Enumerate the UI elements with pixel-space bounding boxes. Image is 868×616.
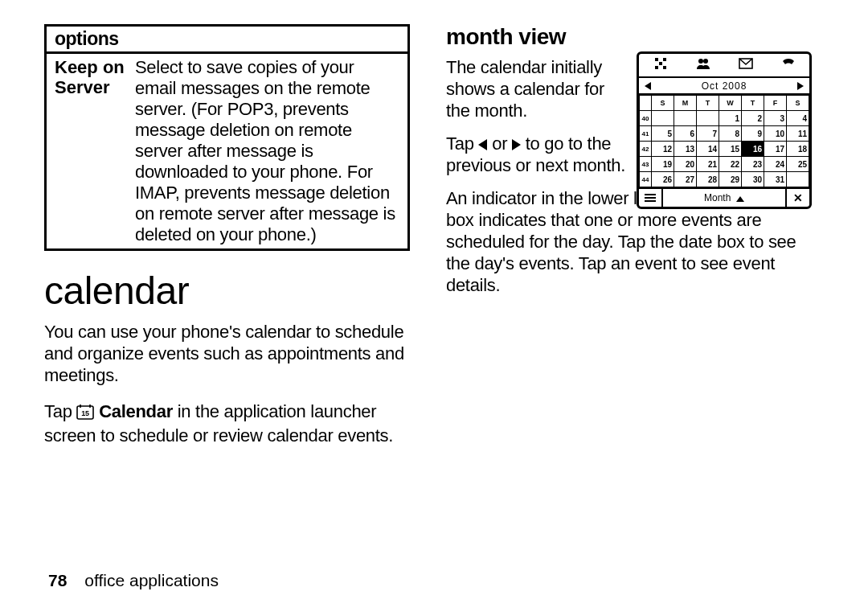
calendar-p2: Tap 15 Calendar in the application launc… — [44, 400, 410, 446]
date-cell[interactable]: 22 — [719, 157, 742, 172]
date-cell[interactable]: 28 — [697, 172, 719, 187]
section-name: office applications — [84, 571, 219, 589]
date-cell[interactable]: 26 — [652, 172, 674, 187]
date-cell[interactable]: 27 — [674, 172, 697, 187]
date-cell[interactable]: 24 — [764, 157, 787, 172]
calendar-icon: 15 — [76, 403, 94, 425]
view-selector[interactable]: Month — [663, 192, 785, 203]
mini-calendar: Oct 2008 SMTWTFS401234415678910114212131… — [637, 51, 812, 209]
month-label: Oct 2008 — [657, 80, 792, 92]
month-view-heading: month view — [446, 24, 812, 50]
svg-text:15: 15 — [82, 409, 90, 417]
options-header: options — [47, 27, 407, 54]
date-cell[interactable]: 2 — [742, 111, 764, 126]
date-cell[interactable]: 19 — [652, 157, 674, 172]
date-cell[interactable]: 11 — [787, 126, 809, 142]
calendar-grid: SMTWTFS401234415678910114212131415161718… — [639, 95, 809, 187]
mail-icon[interactable] — [724, 57, 767, 73]
date-cell[interactable]: 17 — [764, 142, 787, 157]
date-cell[interactable]: 25 — [787, 157, 809, 172]
date-cell[interactable] — [674, 111, 697, 126]
svg-point-7 — [698, 59, 703, 64]
date-cell[interactable]: 31 — [764, 172, 787, 187]
date-cell[interactable]: 9 — [742, 126, 764, 142]
next-month-button[interactable] — [792, 80, 809, 92]
page-footer: 78office applications — [48, 571, 219, 590]
date-cell[interactable]: 23 — [742, 157, 764, 172]
right-arrow-icon — [512, 139, 521, 150]
calendar-p1: You can use your phone's calendar to sch… — [44, 321, 410, 386]
date-cell[interactable] — [787, 172, 809, 187]
menu-button[interactable] — [639, 189, 663, 207]
options-table: options Keep on Server Select to save co… — [44, 24, 410, 251]
date-cell[interactable]: 21 — [697, 157, 719, 172]
date-cell[interactable]: 10 — [764, 126, 787, 142]
left-arrow-icon — [478, 139, 487, 150]
date-cell[interactable]: 16 — [742, 142, 764, 157]
close-button[interactable]: ✕ — [785, 189, 809, 207]
date-cell[interactable]: 20 — [674, 157, 697, 172]
page-number: 78 — [48, 571, 67, 589]
phone-icon[interactable] — [767, 57, 809, 73]
date-cell[interactable]: 15 — [719, 142, 742, 157]
date-cell[interactable]: 8 — [719, 126, 742, 142]
date-cell[interactable]: 29 — [719, 172, 742, 187]
svg-rect-2 — [655, 58, 658, 61]
calendar-heading: calendar — [44, 269, 410, 313]
date-cell[interactable]: 3 — [764, 111, 787, 126]
svg-rect-3 — [663, 58, 666, 61]
date-cell[interactable] — [697, 111, 719, 126]
date-cell[interactable]: 7 — [697, 126, 719, 142]
date-cell[interactable]: 13 — [674, 142, 697, 157]
option-name: Keep on Server — [55, 57, 135, 245]
prev-month-button[interactable] — [639, 80, 657, 92]
month-p2: Tap or to go to the previous or next mon… — [446, 133, 627, 176]
date-cell[interactable]: 12 — [652, 142, 674, 157]
date-cell[interactable]: 1 — [719, 111, 742, 126]
contacts-icon[interactable] — [682, 57, 724, 74]
date-cell[interactable]: 18 — [787, 142, 809, 157]
date-cell[interactable]: 6 — [674, 126, 697, 142]
date-cell[interactable]: 4 — [787, 111, 809, 126]
date-cell[interactable] — [652, 111, 674, 126]
date-cell[interactable]: 30 — [742, 172, 764, 187]
svg-point-8 — [703, 59, 708, 64]
date-cell[interactable]: 14 — [697, 142, 719, 157]
svg-rect-6 — [663, 66, 666, 69]
svg-rect-5 — [655, 66, 658, 69]
option-desc: Select to save copies of your email mess… — [135, 57, 399, 245]
svg-rect-4 — [659, 62, 662, 65]
apps-icon[interactable] — [639, 57, 682, 74]
month-p1: The calendar initially shows a calendar … — [446, 56, 627, 121]
date-cell[interactable]: 5 — [652, 126, 674, 142]
